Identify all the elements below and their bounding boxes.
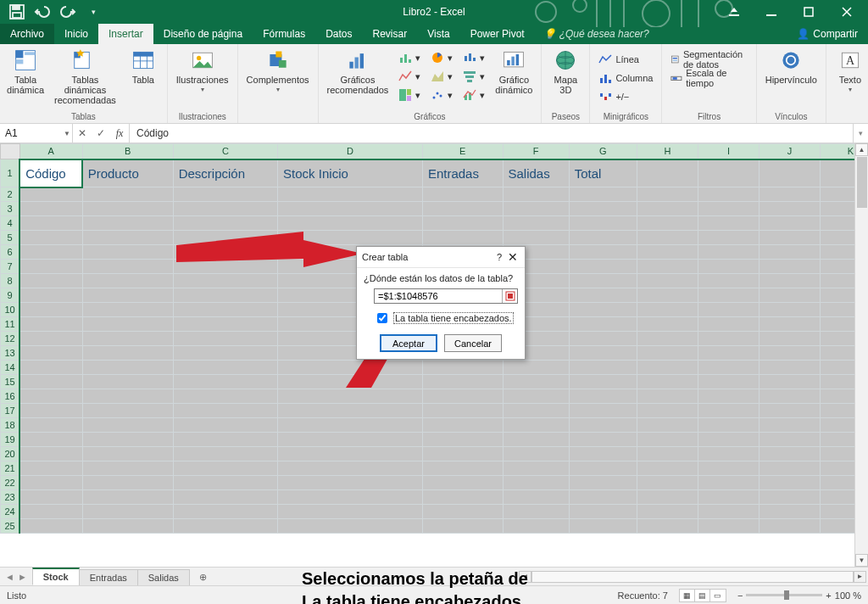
tab-formulas[interactable]: Fórmulas [253,24,315,44]
cell[interactable] [278,187,423,202]
tab-datos[interactable]: Datos [315,24,362,44]
zoom-slider[interactable] [746,594,822,596]
cell[interactable] [278,389,423,404]
cell[interactable]: Salidas [503,159,569,187]
cell[interactable] [82,202,173,216]
cell[interactable] [637,505,698,519]
col-header[interactable]: E [422,144,503,159]
cell[interactable] [82,346,173,361]
tab-powerpivot[interactable]: Power Pivot [460,24,535,44]
cell[interactable] [759,231,820,245]
save-icon[interactable] [7,2,27,22]
cell[interactable] [19,476,82,490]
addins-button[interactable]: Complementos▾ [243,46,313,96]
cell[interactable] [569,476,637,490]
cell[interactable] [637,245,698,260]
cell[interactable] [173,461,277,476]
cell[interactable] [569,361,637,375]
cell[interactable] [637,202,698,216]
cell[interactable] [173,317,277,332]
cell[interactable] [173,332,277,346]
cell[interactable] [422,505,503,519]
sparkline-winloss-button[interactable]: +/− [595,88,656,105]
cell[interactable] [173,202,277,216]
cell[interactable] [759,490,820,505]
chart-bar-button[interactable]: ▾ [395,49,424,66]
row-header[interactable]: 21 [1,461,20,476]
cell[interactable] [637,418,698,433]
cell[interactable] [759,260,820,274]
dialog-headers-checkbox[interactable] [377,313,387,323]
tab-diseno[interactable]: Diseño de página [153,24,253,44]
cell[interactable] [278,490,423,505]
tab-vista[interactable]: Vista [417,24,459,44]
cell[interactable] [173,490,277,505]
cell[interactable] [698,476,759,490]
hyperlink-button[interactable]: Hipervínculo [762,46,821,87]
cell[interactable] [173,476,277,490]
cell[interactable] [698,389,759,404]
cell[interactable] [82,461,173,476]
cell[interactable] [173,245,277,260]
cell[interactable] [637,303,698,317]
cell[interactable] [503,202,569,216]
cell[interactable] [503,476,569,490]
col-header[interactable]: C [173,144,277,159]
sparkline-line-button[interactable]: Línea [595,51,656,68]
cell[interactable] [503,519,569,534]
fx-icon[interactable]: fx [110,127,129,140]
cell[interactable] [173,216,277,231]
cell[interactable] [173,447,277,461]
col-header[interactable]: J [759,144,820,159]
cell[interactable] [759,433,820,447]
cell[interactable] [503,490,569,505]
cell[interactable] [698,346,759,361]
cell[interactable] [637,389,698,404]
cell[interactable] [698,433,759,447]
cell[interactable] [173,346,277,361]
cell[interactable] [569,216,637,231]
cell[interactable] [278,418,423,433]
cell[interactable] [759,375,820,389]
cell[interactable] [759,317,820,332]
close-icon[interactable] [827,0,866,24]
cell[interactable] [698,505,759,519]
chart-pie-button[interactable]: ▾ [427,49,456,66]
dialog-close-icon[interactable]: ✕ [506,250,520,264]
cell[interactable] [503,447,569,461]
formula-input[interactable]: Código [130,124,853,143]
cell[interactable] [173,274,277,288]
cell[interactable] [569,303,637,317]
cell[interactable] [698,519,759,534]
chart-combo-button[interactable]: ▾ [459,87,488,103]
cell[interactable] [569,288,637,303]
cell[interactable] [278,202,423,216]
row-header[interactable]: 7 [1,260,20,274]
cell[interactable] [19,288,82,303]
cell[interactable] [173,389,277,404]
cell[interactable] [569,404,637,418]
cell[interactable] [422,461,503,476]
pivot-table-button[interactable]: Tabla dinámica [5,46,46,97]
row-header[interactable]: 25 [1,519,20,534]
cell[interactable] [569,375,637,389]
cell[interactable] [19,418,82,433]
zoom-control[interactable]: −+100 % [737,590,861,601]
sheet-tab-salidas[interactable]: Salidas [137,569,190,585]
cell[interactable] [82,404,173,418]
cell[interactable] [19,274,82,288]
cell[interactable] [173,404,277,418]
cell[interactable] [637,519,698,534]
cell[interactable]: Total [569,159,637,187]
row-header[interactable]: 3 [1,202,20,216]
cell[interactable] [173,187,277,202]
row-header[interactable]: 19 [1,433,20,447]
cell[interactable] [759,418,820,433]
chart-treemap-button[interactable]: ▾ [395,87,424,103]
cell[interactable] [503,404,569,418]
cell[interactable] [569,505,637,519]
slicer-button[interactable]: Segmentación de datos [667,51,750,68]
cell[interactable] [82,361,173,375]
cell[interactable] [569,461,637,476]
cell[interactable] [637,288,698,303]
